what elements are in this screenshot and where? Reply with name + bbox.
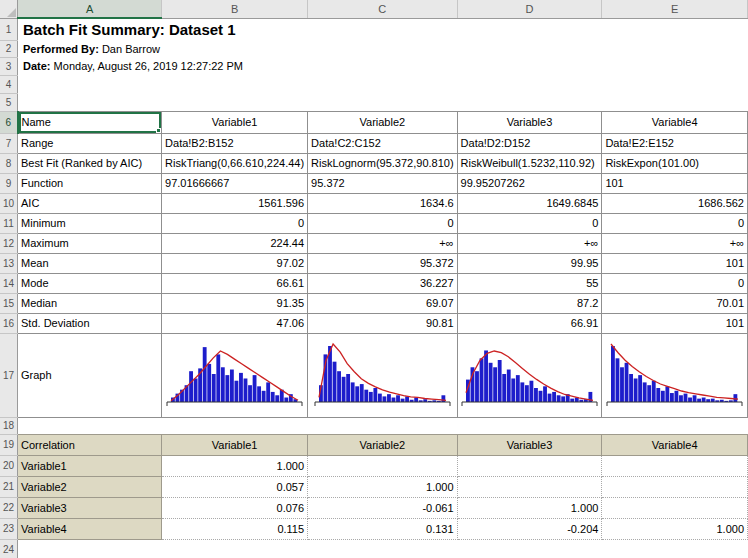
fit-stat-label-cell[interactable]: Mean: [18, 253, 162, 273]
fit-stat-value-cell[interactable]: 99.95: [457, 253, 602, 273]
fit-stat-value-cell[interactable]: 87.2: [457, 293, 602, 313]
row-header-2[interactable]: 2: [0, 40, 18, 57]
row-header-7[interactable]: 7: [0, 133, 18, 153]
fit-stat-value-cell[interactable]: 97.01666667: [162, 173, 308, 193]
correlation-value-cell[interactable]: [602, 497, 748, 518]
active-cell-name-header[interactable]: Name: [18, 111, 162, 133]
fit-stat-value-cell[interactable]: 101: [602, 313, 748, 333]
fit-stat-value-cell[interactable]: RiskLognorm(95.372,90.810): [308, 153, 457, 173]
correlation-value-cell[interactable]: -0.204: [457, 518, 602, 539]
fit-stat-value-cell[interactable]: 90.81: [308, 313, 457, 333]
fit-stat-value-cell[interactable]: 55: [457, 273, 602, 293]
fit-stat-value-cell[interactable]: 95.372: [308, 173, 457, 193]
correlation-header-cell[interactable]: Correlation: [18, 434, 162, 455]
fit-stat-value-cell[interactable]: +∞: [457, 233, 602, 253]
fit-table-header-cell[interactable]: Variable2: [308, 111, 457, 133]
correlation-value-cell[interactable]: 0.131: [308, 518, 457, 539]
fit-stat-value-cell[interactable]: 0: [602, 213, 748, 233]
correlation-value-cell[interactable]: 0.076: [162, 497, 308, 518]
fill-handle[interactable]: [156, 128, 161, 133]
fit-stat-label-cell[interactable]: Median: [18, 293, 162, 313]
fit-stat-value-cell[interactable]: RiskExpon(101.00): [602, 153, 748, 173]
column-header-a[interactable]: A: [18, 0, 162, 18]
fit-stat-value-cell[interactable]: 0: [162, 213, 308, 233]
correlation-value-cell[interactable]: -0.061: [308, 497, 457, 518]
fit-stat-value-cell[interactable]: 99.95207262: [457, 173, 602, 193]
row-header-13[interactable]: 13: [0, 253, 18, 273]
correlation-label-cell[interactable]: Variable3: [18, 497, 162, 518]
correlation-label-cell[interactable]: Variable4: [18, 518, 162, 539]
correlation-value-cell[interactable]: 1.000: [162, 455, 308, 476]
fit-table-header-cell[interactable]: Variable3: [457, 111, 602, 133]
correlation-value-cell[interactable]: [308, 455, 457, 476]
correlation-value-cell[interactable]: 1.000: [602, 518, 748, 539]
fit-stat-value-cell[interactable]: Data!D2:D152: [457, 133, 602, 153]
fit-stat-value-cell[interactable]: Data!E2:E152: [602, 133, 748, 153]
embedded-chart-variable2-histogram[interactable]: [308, 333, 457, 417]
row-header-21[interactable]: 21: [0, 476, 18, 497]
fit-stat-value-cell[interactable]: RiskWeibull(1.5232,110.92): [457, 153, 602, 173]
fit-stat-value-cell[interactable]: 70.01: [602, 293, 748, 313]
row-header-4[interactable]: 4: [0, 75, 18, 93]
fit-stat-label-cell[interactable]: Best Fit (Ranked by AIC): [18, 153, 162, 173]
empty-cell[interactable]: [18, 539, 748, 558]
row-header-16[interactable]: 16: [0, 313, 18, 333]
row-header-22[interactable]: 22: [0, 497, 18, 518]
fit-stat-value-cell[interactable]: 1686.562: [602, 193, 748, 213]
fit-stat-label-cell[interactable]: Mode: [18, 273, 162, 293]
row-header-18[interactable]: 18: [0, 417, 18, 434]
correlation-value-cell[interactable]: [602, 476, 748, 497]
fit-stat-value-cell[interactable]: 0: [602, 273, 748, 293]
fit-stat-value-cell[interactable]: 69.07: [308, 293, 457, 313]
fit-stat-value-cell[interactable]: 66.61: [162, 273, 308, 293]
report-title-cell[interactable]: Batch Fit Summary: Dataset 1: [18, 18, 748, 40]
fit-stat-value-cell[interactable]: 47.06: [162, 313, 308, 333]
fit-stat-label-cell[interactable]: Minimum: [18, 213, 162, 233]
row-header-5[interactable]: 5: [0, 93, 18, 111]
correlation-header-cell[interactable]: Variable4: [602, 434, 748, 455]
correlation-value-cell[interactable]: 0.115: [162, 518, 308, 539]
fit-stat-label-cell[interactable]: AIC: [18, 193, 162, 213]
correlation-value-cell[interactable]: 0.057: [162, 476, 308, 497]
embedded-chart-variable4-histogram[interactable]: [602, 333, 748, 417]
fit-stat-value-cell[interactable]: 101: [602, 253, 748, 273]
fit-stat-value-cell[interactable]: 91.35: [162, 293, 308, 313]
fit-stat-value-cell[interactable]: 0: [457, 213, 602, 233]
fit-table-header-cell[interactable]: Variable4: [602, 111, 748, 133]
row-header-24[interactable]: 24: [0, 539, 18, 558]
correlation-value-cell[interactable]: [602, 455, 748, 476]
row-header-1[interactable]: 1: [0, 18, 18, 40]
embedded-chart-variable3-histogram[interactable]: [457, 333, 602, 417]
row-header-6[interactable]: 6: [0, 111, 18, 133]
row-header-10[interactable]: 10: [0, 193, 18, 213]
row-header-9[interactable]: 9: [0, 173, 18, 193]
column-header-e[interactable]: E: [602, 0, 748, 18]
fit-stat-value-cell[interactable]: Data!B2:B152: [162, 133, 308, 153]
correlation-value-cell[interactable]: [457, 476, 602, 497]
correlation-value-cell[interactable]: 1.000: [457, 497, 602, 518]
fit-stat-label-cell[interactable]: Maximum: [18, 233, 162, 253]
correlation-header-cell[interactable]: Variable2: [308, 434, 457, 455]
row-header-12[interactable]: 12: [0, 233, 18, 253]
row-header-19[interactable]: 19: [0, 434, 18, 455]
row-header-11[interactable]: 11: [0, 213, 18, 233]
correlation-label-cell[interactable]: Variable2: [18, 476, 162, 497]
fit-stat-value-cell[interactable]: 66.91: [457, 313, 602, 333]
date-cell[interactable]: Date: Monday, August 26, 2019 12:27:22 P…: [18, 57, 748, 75]
row-header-15[interactable]: 15: [0, 293, 18, 313]
fit-stat-value-cell[interactable]: 36.227: [308, 273, 457, 293]
embedded-chart-variable1-histogram[interactable]: [162, 333, 308, 417]
fit-stat-value-cell[interactable]: Data!C2:C152: [308, 133, 457, 153]
fit-stat-value-cell[interactable]: 101: [602, 173, 748, 193]
empty-cell[interactable]: [18, 75, 748, 93]
empty-cell[interactable]: [18, 93, 748, 111]
row-header-17[interactable]: 17: [0, 333, 18, 417]
column-header-c[interactable]: C: [308, 0, 457, 18]
graph-label-cell[interactable]: Graph: [18, 333, 162, 417]
fit-stat-value-cell[interactable]: 1561.596: [162, 193, 308, 213]
column-header-d[interactable]: D: [457, 0, 602, 18]
fit-stat-value-cell[interactable]: 1634.6: [308, 193, 457, 213]
correlation-value-cell[interactable]: [457, 455, 602, 476]
row-header-20[interactable]: 20: [0, 455, 18, 476]
correlation-header-cell[interactable]: Variable1: [162, 434, 308, 455]
